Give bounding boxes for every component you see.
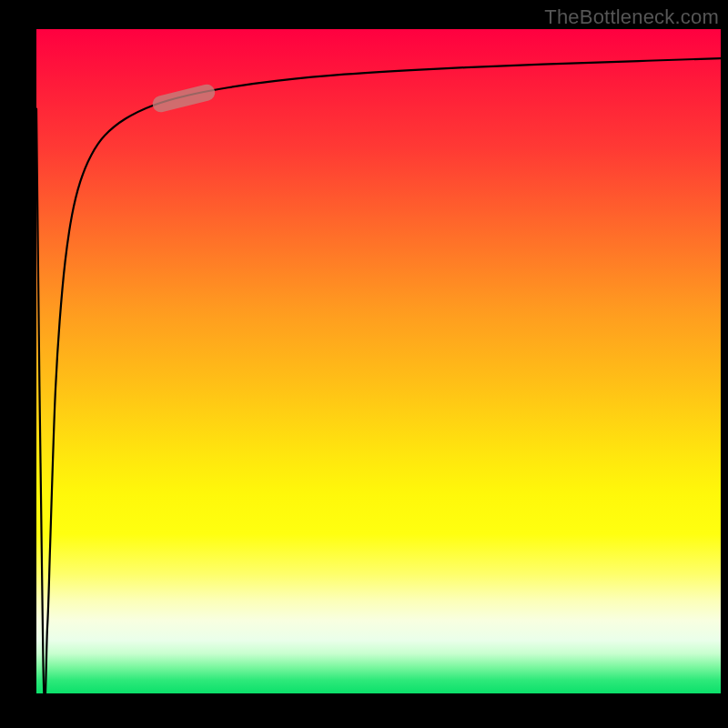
chart-stage: TheBottleneck.com: [0, 0, 728, 728]
plot-area: [36, 29, 721, 693]
watermark-text: TheBottleneck.com: [544, 5, 719, 29]
curve-layer: [36, 29, 721, 693]
bottleneck-curve: [36, 58, 721, 693]
